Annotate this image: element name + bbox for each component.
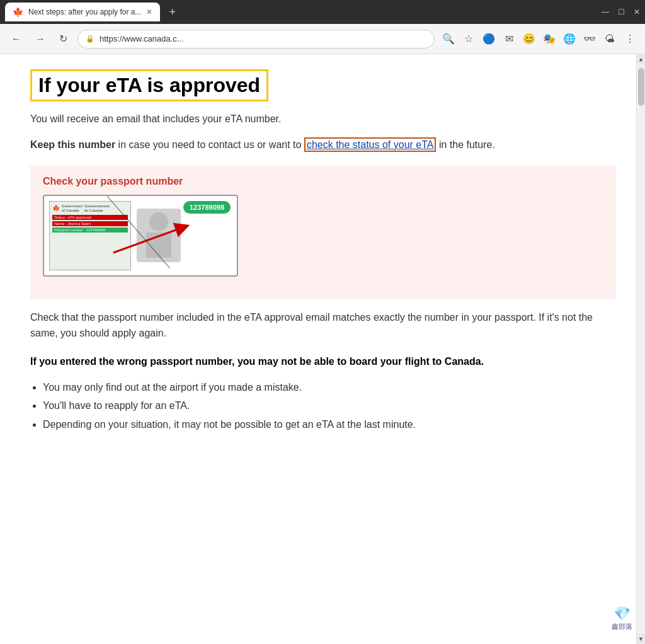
bullet-item-3: Depending on your situation, it may not … <box>43 417 616 433</box>
close-button[interactable]: ✕ <box>634 8 640 16</box>
scrollbar-track[interactable] <box>638 64 644 634</box>
intro-paragraph: You will receive an email that includes … <box>30 112 616 127</box>
link-suffix: in the future. <box>439 139 495 150</box>
extension-icon-2[interactable]: ✉ <box>501 32 517 47</box>
browser-tab[interactable]: 🍁 Next steps: after you apply for a... ✕ <box>5 3 160 21</box>
bullet-item-1: You may only find out at the airport if … <box>43 379 616 396</box>
bullet-list: You may only find out at the airport if … <box>43 379 616 433</box>
address-field[interactable]: 🔒 https://www.canada.c... <box>77 30 435 49</box>
scrollbar-up-button[interactable]: ▲ <box>637 54 646 64</box>
keep-number-bold: Keep this number <box>30 139 115 150</box>
bookmark-icon[interactable]: ☆ <box>461 32 476 47</box>
url-text: https://www.canada.c... <box>100 34 426 43</box>
watermark-diamond-icon: 💎 <box>612 606 632 622</box>
maximize-button[interactable]: ☐ <box>618 8 625 16</box>
desc-paragraph: Check that the passport number included … <box>30 309 616 342</box>
keep-number-rest: in case you need to contact us or want t… <box>118 139 304 150</box>
browser-titlebar: 🍁 Next steps: after you apply for a... ✕… <box>0 0 645 24</box>
menu-button[interactable]: ⋮ <box>622 32 637 47</box>
govt-text: Governmentof Canada <box>62 204 83 213</box>
heading-box: If your eTA is approved <box>30 69 268 101</box>
minimize-button[interactable]: — <box>602 8 609 16</box>
pink-box: Check your passport number 🍁 Governmento… <box>30 166 616 299</box>
passport-illustration-container: 🍁 Governmentof Canada Gouvernementdu Can… <box>43 195 257 289</box>
passport-maple-icon: 🍁 <box>52 205 60 212</box>
extension-icon-1[interactable]: 🔵 <box>481 32 496 47</box>
scrollbar-down-button[interactable]: ▼ <box>637 634 646 644</box>
refresh-button[interactable]: ↻ <box>55 30 71 47</box>
extension-icon-4[interactable]: 🎭 <box>542 32 557 47</box>
extension-icon-3[interactable]: 😊 <box>522 32 537 47</box>
tab-title: Next steps: after you apply for a... <box>28 8 141 16</box>
watermark-text: 鑫部落 <box>612 622 632 631</box>
number-oval: 123789098 <box>183 201 231 214</box>
address-bar: ← → ↻ 🔒 https://www.canada.c... 🔍 ☆ 🔵 ✉ … <box>0 24 645 54</box>
browser-content: If your eTA is approved You will receive… <box>0 54 645 644</box>
extension-icon-6[interactable]: 👓 <box>582 32 597 47</box>
watermark: 💎 鑫部落 <box>612 606 632 631</box>
pink-box-title: Check your passport number <box>43 176 603 187</box>
keep-number-paragraph: Keep this number in case you need to con… <box>30 137 616 153</box>
maple-icon: 🍁 <box>13 7 23 17</box>
passport-card: 🍁 Governmentof Canada Gouvernementdu Can… <box>43 195 238 277</box>
slash-svg <box>107 196 170 268</box>
forward-button[interactable]: → <box>31 31 49 47</box>
page-heading: If your eTA is approved <box>38 74 260 97</box>
govt-text-fr: Gouvernementdu Canada <box>84 204 110 213</box>
new-tab-button[interactable]: + <box>164 6 181 19</box>
scrollbar-thumb[interactable] <box>638 68 644 106</box>
svg-line-1 <box>107 196 170 268</box>
toolbar-icons: 🔍 ☆ 🔵 ✉ 😊 🎭 🌐 👓 🌤 ⋮ <box>441 32 637 47</box>
scrollbar[interactable]: ▲ ▼ <box>636 54 645 644</box>
lock-icon: 🔒 <box>86 35 94 43</box>
number-overlay: 123789098 <box>183 201 231 216</box>
window-controls: — ☐ ✕ <box>602 8 640 16</box>
tab-close-button[interactable]: ✕ <box>146 8 152 16</box>
extension-icon-7[interactable]: 🌤 <box>602 32 617 47</box>
extension-icon-5[interactable]: 🌐 <box>562 32 577 47</box>
warning-paragraph: If you entered the wrong passport number… <box>30 354 616 369</box>
check-status-link[interactable]: check the status of your eTA <box>304 137 437 152</box>
back-button[interactable]: ← <box>8 31 25 47</box>
bullet-item-2: You'll have to reapply for an eTA. <box>43 398 616 414</box>
search-toolbar-icon[interactable]: 🔍 <box>441 32 456 47</box>
page-content: If your eTA is approved You will receive… <box>0 54 636 644</box>
